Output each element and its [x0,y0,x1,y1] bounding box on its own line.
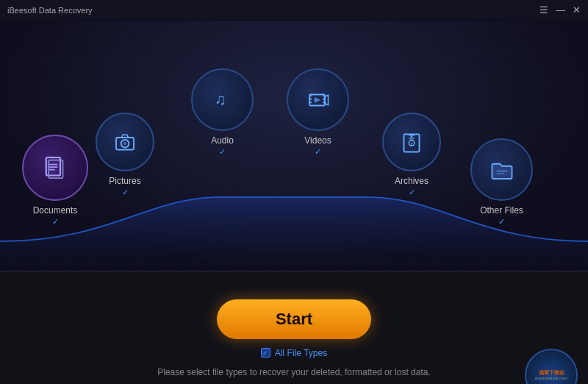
other-files-icon [489,157,515,183]
svg-rect-12 [309,98,312,100]
file-type-audio[interactable]: ♫ Audio ✓ [191,68,254,157]
titlebar: iBeesoft Data Recovery ☰ — ✕ [0,0,588,21]
archives-icon: Z [398,129,425,155]
svg-rect-13 [309,101,312,103]
svg-rect-18 [409,135,415,136]
file-type-archives[interactable]: Z Archives ✓ [382,113,441,197]
file-type-videos[interactable]: Videos ✓ [287,68,349,157]
documents-circle[interactable] [22,135,88,201]
documents-icon [40,152,71,183]
videos-circle[interactable] [287,68,349,131]
watermark-text1: 偶要下载站 [539,369,564,376]
other-circle[interactable] [470,138,533,201]
svg-rect-11 [309,94,312,96]
watermark: 偶要下载站 ouyaoxiazai.com [525,349,584,384]
documents-label: Documents [33,205,78,216]
app-title: iBeesoft Data Recovery [7,6,93,15]
svg-rect-24 [496,170,507,171]
audio-check: ✓ [219,147,226,157]
window-controls: ☰ — ✕ [539,5,581,15]
pictures-label: Pictures [109,176,140,186]
all-file-types-label[interactable]: All File Types [275,348,327,358]
documents-check: ✓ [52,217,59,227]
videos-label: Videos [304,135,331,146]
audio-icon: ♫ [209,87,236,113]
audio-label: Audio [211,135,234,146]
audio-circle[interactable]: ♫ [191,68,254,131]
start-button[interactable]: Start [217,299,371,339]
archives-circle[interactable]: Z [382,113,441,171]
archives-check: ✓ [409,188,415,197]
watermark-text2: ouyaoxiazai.com [535,376,568,382]
other-files-check: ✓ [498,217,505,227]
close-button[interactable]: ✕ [573,5,581,15]
videos-check: ✓ [315,147,321,157]
archives-label: Archives [395,176,429,186]
file-type-documents[interactable]: Documents ✓ [22,135,88,227]
pictures-check: ✓ [122,188,129,197]
svg-rect-25 [496,173,504,174]
videos-icon [305,87,331,113]
svg-rect-19 [411,136,413,138]
bottom-panel: Start All File Types Please select file … [0,271,588,384]
svg-rect-20 [409,138,415,139]
all-file-types-checkbox[interactable] [261,348,270,358]
all-file-types-row: All File Types [261,348,327,358]
svg-text:♫: ♫ [214,90,226,107]
file-type-pictures[interactable]: Pictures ✓ [96,113,154,197]
menu-button[interactable]: ☰ [539,5,548,15]
minimize-button[interactable]: — [556,5,565,15]
svg-point-8 [123,142,127,146]
file-icons-container: Documents ✓ Pictures ✓ [0,21,588,271]
hint-text: Please select file types to recover your… [157,367,431,377]
watermark-circle: 偶要下载站 ouyaoxiazai.com [525,349,578,384]
pictures-circle[interactable] [96,113,154,171]
pictures-icon [112,129,138,155]
svg-text:Z: Z [410,142,413,146]
main-area: Documents ✓ Pictures ✓ [0,21,588,271]
file-type-other[interactable]: Other Files ✓ [470,138,533,227]
other-files-label: Other Files [480,205,523,216]
